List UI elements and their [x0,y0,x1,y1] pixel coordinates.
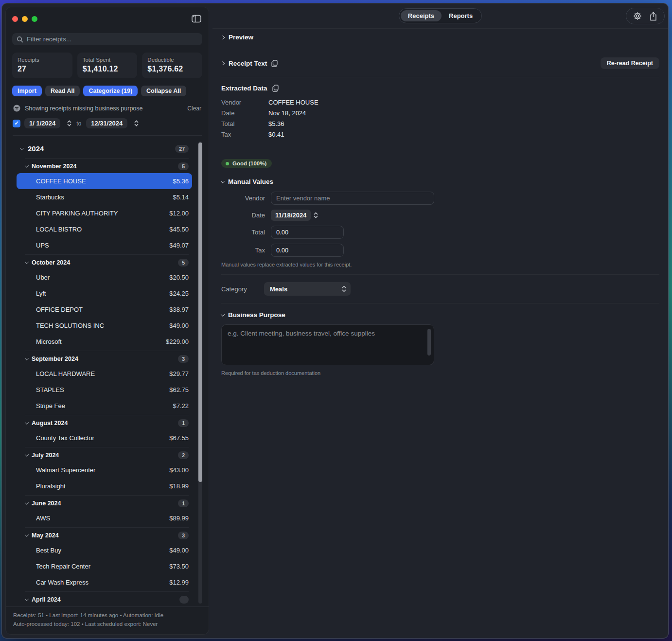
receipt-row[interactable]: AWS$89.99 [17,510,192,526]
receipt-text-title[interactable]: Receipt Text [229,60,267,67]
manual-date-field[interactable]: 11/18/2024 [271,210,311,221]
month-header[interactable]: April 2024 [6,593,209,606]
month-header[interactable]: July 20242 [6,448,209,462]
toggle-sidebar-icon[interactable] [191,13,202,25]
tab-receipts[interactable]: Receipts [401,10,442,21]
share-icon[interactable] [647,10,659,22]
receipt-row[interactable]: Walmart Supercenter$43.00 [17,462,192,478]
receipt-amount: $62.75 [169,386,189,393]
month-header[interactable]: October 20245 [6,256,209,269]
receipt-row[interactable]: UPS$49.07 [17,237,192,253]
stat-value: $1,410.12 [83,65,132,73]
preview-section-header[interactable]: Preview [212,29,668,46]
categorize-19-button[interactable]: Categorize (19) [83,86,138,96]
extracted-value: $5.36 [268,119,284,129]
date-to-field[interactable]: 12/31/2024 [86,118,127,128]
confidence-dot-icon [226,162,229,165]
collapse-all-button[interactable]: Collapse All [141,86,186,96]
receipt-row[interactable]: Microsoft$229.00 [17,334,192,350]
month-header[interactable]: September 20243 [6,352,209,366]
date-from-field[interactable]: 1/ 1/2024 [24,118,60,128]
copy-icon[interactable] [272,85,279,92]
divider [25,495,189,496]
month-label: November 2024 [32,163,76,170]
receipt-vendor: County Tax Collector [36,434,94,442]
extracted-value: Nov 18, 2024 [268,108,306,119]
receipt-row[interactable]: County Tax Collector$67.55 [17,430,192,446]
date-range-checkbox[interactable]: ✓ [13,120,20,127]
receipt-vendor: Stripe Fee [36,402,65,410]
receipt-row[interactable]: Best Buy$49.00 [17,542,192,558]
receipt-amount: $12.99 [169,579,189,586]
year-header[interactable]: 202427 [6,140,209,157]
manual-values-section-header[interactable]: Manual Values [221,178,659,185]
vendor-label: Vendor [221,195,265,202]
business-purpose-textarea[interactable] [221,324,434,365]
business-purpose-title: Business Purpose [228,311,285,319]
month-header[interactable]: August 20241 [6,416,209,430]
chevron-right-icon[interactable] [221,61,225,65]
tab-reports[interactable]: Reports [442,10,480,21]
receipt-row[interactable]: Pluralsight$18.99 [17,478,192,494]
import-button[interactable]: Import [12,86,42,96]
textarea-scrollbar-thumb[interactable] [427,329,431,356]
receipt-row[interactable]: COFFEE HOUSE$5.36 [17,173,192,189]
settings-gear-icon[interactable] [632,10,643,22]
receipt-row[interactable]: STAPLES$62.75 [17,382,192,398]
receipt-row[interactable]: Uber$20.50 [17,269,192,285]
receipt-amount: $73.50 [169,563,189,570]
stat-label: Deductible [147,57,197,63]
vendor-input[interactable] [271,192,434,205]
tax-input[interactable] [271,244,344,257]
manual-date-stepper[interactable] [314,212,318,218]
chevron-down-icon [25,500,29,504]
extracted-row: VendorCOFFEE HOUSE [221,97,659,108]
receipt-row[interactable]: Car Wash Express$12.99 [17,574,192,590]
chevron-down-icon [221,312,225,316]
receipt-row[interactable]: TECH SOLUTIONS INC$49.00 [17,318,192,334]
receipt-vendor: CITY PARKING AUTHORITY [36,210,118,217]
reread-receipt-button[interactable]: Re-read Receipt [601,57,659,69]
actions-row: ImportRead AllCategorize (19)Collapse Al… [12,86,202,96]
month-label: September 2024 [32,356,78,362]
month-label: June 2024 [32,500,61,507]
receipt-amount: $49.07 [169,242,189,249]
search-input[interactable]: Filter receipts... [12,33,202,45]
stat-label: Receipts [18,57,67,63]
date-from-stepper[interactable] [67,120,71,126]
receipt-row[interactable]: Lyft$24.25 [17,285,192,302]
receipt-row[interactable]: LOCAL HARDWARE$29.77 [17,366,192,382]
divider [25,527,189,528]
business-purpose-section-header[interactable]: Business Purpose [221,311,659,319]
month-header[interactable]: May 20243 [6,529,209,542]
date-to-stepper[interactable] [134,120,139,126]
divider [25,415,189,415]
receipt-amount: $20.50 [169,274,189,281]
category-select[interactable]: Meals [264,282,351,296]
extracted-row: DateNov 18, 2024 [221,108,659,119]
filter-notice: Showing receipts missing business purpos… [13,105,201,112]
zoom-button[interactable] [32,16,37,22]
read-all-button[interactable]: Read All [45,86,80,96]
total-input[interactable] [271,226,344,239]
business-purpose-footnote: Required for tax deduction documentation [221,370,659,376]
month-header[interactable]: November 20245 [6,160,209,173]
receipt-row[interactable]: Stripe Fee$7.22 [17,398,192,414]
receipt-row[interactable]: LOCAL BISTRO$45.50 [17,221,192,237]
receipt-vendor: Best Buy [36,547,61,554]
receipt-vendor: LOCAL BISTRO [36,226,82,233]
receipt-vendor: Lyft [36,290,46,297]
month-header[interactable]: June 20241 [6,497,209,510]
receipt-row[interactable]: Starbucks$5.14 [17,189,192,205]
minimize-button[interactable] [22,16,28,22]
receipt-row[interactable]: OFFICE DEPOT$38.97 [17,302,192,318]
divider [25,351,189,351]
list-scrollbar-thumb[interactable] [198,142,202,482]
copy-icon[interactable] [271,60,278,67]
chevron-down-icon [25,356,29,360]
receipt-row[interactable]: Tech Repair Center$73.50 [17,558,192,574]
clear-filter-link[interactable]: Clear [187,105,201,112]
receipt-row[interactable]: CITY PARKING AUTHORITY$12.00 [17,205,192,221]
close-button[interactable] [12,16,18,22]
extracted-row: Total$5.36 [221,119,659,129]
